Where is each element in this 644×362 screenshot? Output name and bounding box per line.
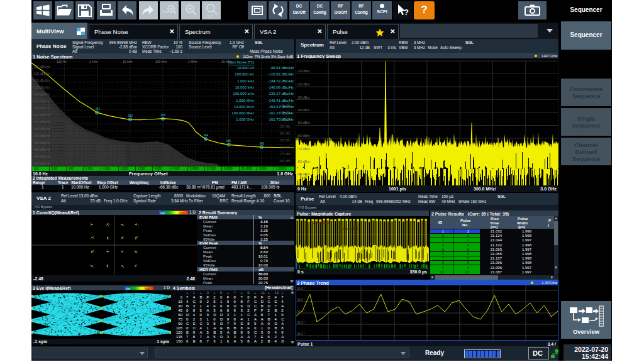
svg-text:38.4 °: 38.4 °	[297, 309, 305, 313]
svg-text:-90 dBm: -90 dBm	[297, 172, 310, 176]
svg-text:-80 dBm: -80 dBm	[297, 160, 310, 163]
svg-text:-50 dBm: -50 dBm	[297, 121, 310, 124]
svg-text:38.2 °: 38.2 °	[297, 332, 305, 336]
svg-text:-170 dBc/Hz: -170 dBc/Hz	[33, 162, 50, 165]
svg-text:38.6 °: 38.6 °	[297, 287, 305, 290]
svg-text:high: high	[145, 287, 150, 290]
svg-text:1 Rm Clrw: 1 Rm Clrw	[312, 221, 330, 224]
svg-text:Det RMS: Det RMS	[343, 227, 358, 231]
svg-text:M6: M6	[260, 141, 264, 145]
svg-text:high: high	[179, 211, 185, 214]
svg-text:-10 dBm: -10 dBm	[297, 69, 310, 73]
svg-text:175 dBc: 175 dBc	[279, 152, 291, 156]
svg-text:170 dBc: 170 dBc	[279, 145, 291, 149]
svg-text:?: ?	[404, 8, 409, 17]
svg-text:-155 dBc/Hz: -155 dBc/Hz	[33, 141, 50, 145]
svg-text:low: low	[160, 211, 165, 214]
svg-text:38.3 °: 38.3 °	[297, 321, 305, 324]
svg-text:-20 dBm: -20 dBm	[297, 82, 310, 86]
svg-text:-150 dBc/Hz: -150 dBc/Hz	[33, 134, 50, 138]
svg-text:160 dBc: 160 dBc	[279, 131, 291, 135]
svg-text:-60 dBm: -60 dBm	[297, 134, 310, 138]
svg-text:-30 dBm: -30 dBm	[297, 96, 310, 99]
svg-text:155 dBc: 155 dBc	[279, 124, 291, 128]
svg-text:180 dBc: 180 dBc	[279, 159, 291, 163]
svg-text:-70 dBm: -70 dBm	[297, 147, 310, 151]
svg-text:-160 dBc/Hz: -160 dBc/Hz	[33, 148, 50, 151]
svg-text:165 dBc: 165 dBc	[279, 138, 291, 142]
svg-text:M4: M4	[204, 133, 208, 137]
svg-text:-165 dBc/Hz: -165 dBc/Hz	[33, 155, 50, 158]
svg-text:-40 dBm: -40 dBm	[297, 108, 310, 112]
svg-text:1:1: 1:1	[207, 14, 213, 18]
svg-text:low: low	[126, 287, 131, 290]
svg-text:M5: M5	[226, 139, 231, 143]
svg-text:38.5 °: 38.5 °	[297, 298, 305, 302]
svg-text:-145 dBc/Hz: -145 dBc/Hz	[33, 127, 50, 131]
